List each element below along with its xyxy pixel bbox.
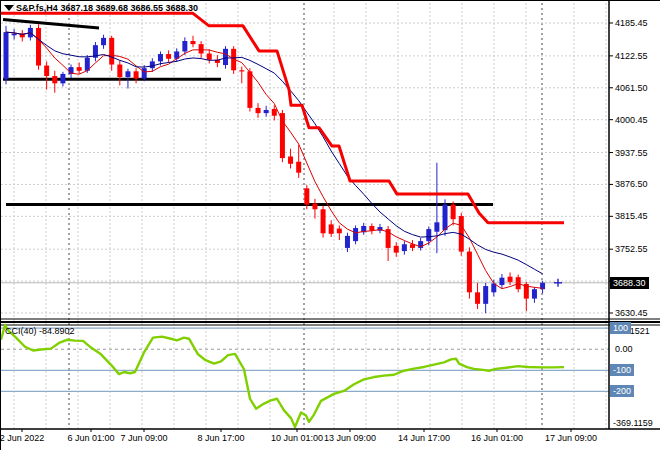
chart-title: S&P.fs,H4 3687.18 3689.68 3686.55 3688.3…	[16, 3, 198, 13]
candle	[190, 41, 195, 44]
symbol-period-label: S&P.fs,H4	[16, 3, 58, 13]
candle	[532, 289, 537, 298]
candle	[4, 32, 9, 79]
candle	[77, 67, 82, 71]
cci-line	[1, 325, 564, 427]
candle	[223, 49, 228, 65]
candle	[402, 244, 407, 251]
indicator-name-label: CCI(40) -84.8902	[5, 326, 75, 336]
trendline	[3, 20, 99, 28]
candle	[52, 76, 57, 83]
candle	[199, 44, 204, 53]
candle	[44, 66, 49, 76]
candle	[264, 110, 269, 113]
candle	[304, 188, 309, 204]
candle	[296, 162, 301, 173]
candle	[134, 71, 139, 78]
candle	[475, 292, 480, 303]
symbol-marker-icon	[4, 5, 14, 11]
candle	[483, 286, 488, 304]
candle	[101, 38, 106, 45]
candle	[182, 41, 187, 51]
candle	[117, 65, 122, 78]
candle	[239, 70, 244, 71]
candle	[443, 205, 448, 231]
candle	[12, 34, 17, 36]
candle	[166, 54, 171, 59]
candle	[451, 205, 456, 220]
candle	[142, 68, 147, 78]
candle	[353, 228, 358, 241]
candle	[321, 209, 326, 233]
candle	[109, 38, 114, 65]
candle	[337, 229, 342, 234]
candle	[329, 224, 334, 233]
candle	[125, 71, 130, 77]
candle	[207, 54, 212, 60]
candle	[426, 229, 431, 241]
candle	[345, 236, 350, 248]
ohlc-quote-label: 3687.18 3689.68 3686.55 3688.30	[60, 3, 198, 13]
candle	[158, 54, 163, 61]
candle	[508, 277, 513, 282]
candle	[36, 28, 41, 66]
chart-canvas[interactable]	[1, 1, 660, 450]
candle	[247, 71, 252, 108]
candle	[272, 109, 277, 116]
candle	[312, 204, 317, 210]
candle	[434, 222, 439, 231]
candle	[394, 246, 399, 253]
trading-chart-window: S&P.fs,H4 3687.18 3689.68 3686.55 3688.3…	[0, 0, 660, 450]
candle	[467, 252, 472, 293]
candle	[150, 61, 155, 68]
candle	[499, 278, 504, 285]
candle	[256, 108, 261, 113]
candle	[288, 156, 293, 163]
candle	[60, 74, 65, 83]
candle	[369, 226, 374, 231]
